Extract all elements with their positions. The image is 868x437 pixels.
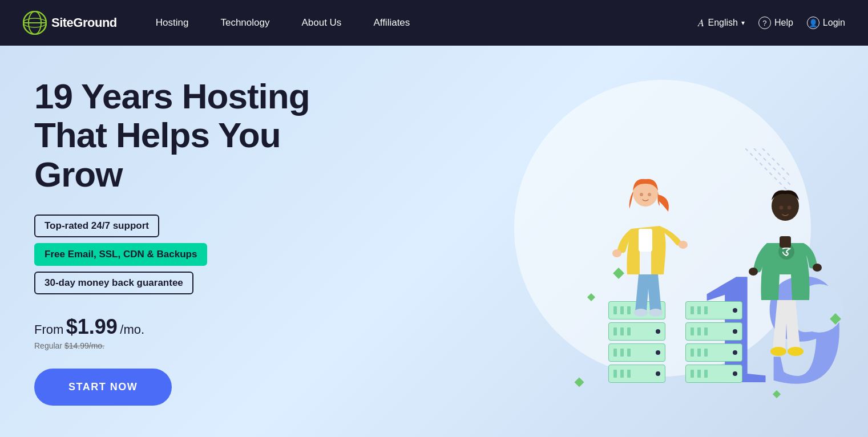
svg-point-9 [649, 309, 663, 317]
server-slot [697, 370, 701, 378]
server-slot [704, 327, 708, 335]
nav-hosting[interactable]: Hosting [140, 0, 205, 46]
woman-figure [594, 175, 697, 323]
svg-point-11 [648, 193, 651, 196]
server-slot [620, 327, 624, 335]
hero-title-line2: That Helps You Grow [34, 115, 281, 193]
server-unit [685, 365, 742, 383]
hero-title-line1: 19 Years Hosting [34, 76, 310, 116]
server-dot [733, 329, 737, 334]
nav-links: Hosting Technology About Us Affiliates [140, 0, 699, 46]
svg-line-23 [762, 148, 791, 177]
server-slot [613, 370, 617, 378]
main-nav: SiteGround Hosting Technology About Us A… [0, 0, 868, 46]
start-now-button[interactable]: START NOW [34, 369, 172, 406]
server-unit [685, 343, 742, 362]
help-label: Help [774, 18, 793, 28]
pricing-main: From $1.99 /mo. [34, 315, 377, 339]
svg-point-10 [640, 193, 643, 196]
svg-point-17 [770, 347, 786, 356]
server-slot [613, 349, 617, 357]
pricing-from-label: From [34, 322, 63, 337]
nav-affiliates[interactable]: Affiliates [357, 0, 426, 46]
server-dot [733, 371, 737, 376]
language-label: English [708, 18, 737, 28]
nav-about-us[interactable]: About Us [285, 0, 357, 46]
pricing-amount: $1.99 [66, 315, 118, 338]
leaf-decoration [575, 378, 584, 387]
server-slot [627, 327, 631, 335]
svg-point-8 [634, 309, 648, 317]
svg-line-22 [754, 148, 791, 185]
chevron-down-icon: ▾ [741, 19, 745, 27]
server-dot [656, 329, 660, 334]
svg-point-6 [612, 249, 621, 257]
pricing-regular-label: Regular [34, 341, 62, 350]
svg-point-7 [679, 241, 688, 249]
server-slot [620, 370, 624, 378]
server-unit [608, 365, 665, 383]
server-slot [691, 370, 694, 378]
server-slot [697, 306, 701, 314]
nav-technology[interactable]: Technology [204, 0, 285, 46]
feature-badges: Top-rated 24/7 support Free Email, SSL, … [34, 215, 377, 294]
server-dot [733, 308, 737, 313]
server-slot [627, 349, 631, 357]
svg-point-16 [813, 264, 822, 272]
help-icon: ? [758, 17, 771, 29]
siteground-logo-icon [23, 11, 47, 35]
hero-content: 19 Years Hosting That Helps You Grow Top… [34, 77, 377, 406]
badge-free-features: Free Email, SSL, CDN & Backups [34, 243, 207, 266]
help-link[interactable]: ? Help [758, 17, 793, 29]
server-slot [613, 327, 617, 335]
pricing-regular-price: $14.99/mo. [64, 341, 104, 350]
server-dot [733, 350, 737, 355]
badge-guarantee: 30-day money back guarantee [34, 272, 193, 294]
svg-point-20 [788, 206, 792, 210]
login-link[interactable]: 👤 Login [807, 17, 845, 29]
nav-right: 𝐴 English ▾ ? Help 👤 Login [698, 17, 845, 29]
server-slot [697, 327, 701, 335]
server-slot [620, 349, 624, 357]
pricing-block: From $1.99 /mo. Regular $14.99/mo. [34, 315, 377, 350]
svg-point-15 [749, 268, 758, 276]
server-slot [704, 349, 708, 357]
user-icon: 👤 [807, 17, 819, 29]
logo-text: SiteGround [51, 15, 117, 30]
server-unit [608, 343, 665, 362]
svg-point-19 [780, 206, 784, 210]
svg-rect-14 [780, 236, 791, 248]
server-slot [691, 327, 694, 335]
pricing-regular: Regular $14.99/mo. [34, 341, 377, 350]
badge-support: Top-rated 24/7 support [34, 215, 159, 237]
svg-rect-5 [639, 229, 652, 252]
language-selector[interactable]: 𝐴 English ▾ [698, 17, 744, 29]
man-figure [740, 186, 831, 369]
server-dot [656, 371, 660, 376]
server-slot [627, 370, 631, 378]
language-icon: 𝐴 [698, 17, 704, 29]
server-slot [704, 370, 708, 378]
server-dot [656, 350, 660, 355]
hero-title: 19 Years Hosting That Helps You Grow [34, 77, 377, 194]
hero-section: 19 Years Hosting That Helps You Grow Top… [0, 46, 868, 437]
hero-illustration: 1 9 [400, 46, 868, 437]
pricing-period: /mo. [120, 322, 144, 337]
login-label: Login [823, 18, 845, 28]
server-unit [608, 322, 665, 341]
server-slot [697, 349, 701, 357]
svg-point-18 [788, 347, 804, 356]
logo-link[interactable]: SiteGround [23, 11, 117, 35]
server-slot [691, 349, 694, 357]
server-unit [685, 322, 742, 341]
server-slot [704, 306, 708, 314]
